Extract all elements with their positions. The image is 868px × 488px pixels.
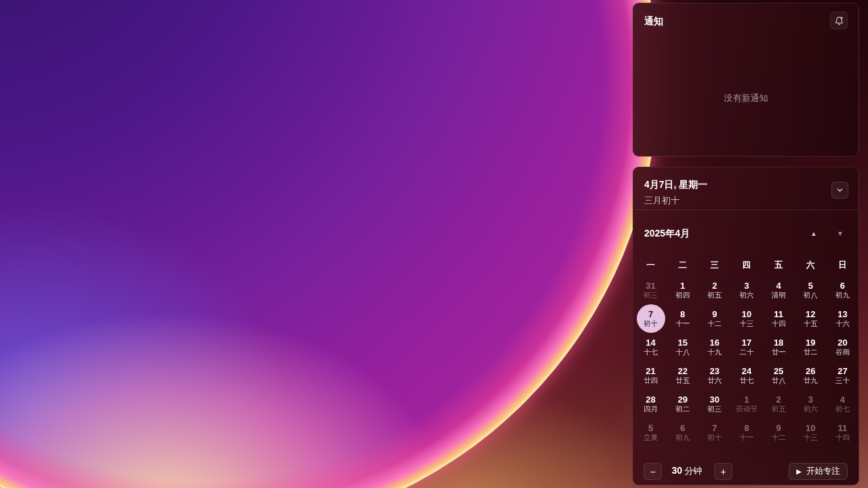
day-number: 13 — [837, 310, 847, 319]
day-number: 11 — [774, 310, 783, 319]
svg-text:z: z — [840, 16, 842, 20]
notifications-title: 通知 — [644, 16, 663, 28]
calendar-day-cell[interactable]: 16十九 — [698, 333, 730, 361]
calendar-day-cell[interactable]: 8十一 — [667, 304, 698, 333]
calendar-day-cell[interactable]: 11十四 — [827, 418, 859, 447]
day-lunar-label: 廿七 — [739, 377, 753, 384]
wallpaper-orb — [0, 0, 658, 488]
chevron-down-icon — [836, 186, 844, 194]
day-lunar-label: 十八 — [675, 348, 690, 356]
calendar-day-cell[interactable]: 27三十 — [827, 361, 859, 390]
screen: 通知 z 没有新通知 4月7日, 星期一 三月初十 2025年4月 — [0, 0, 868, 488]
calendar-day-cell[interactable]: 18廿一 — [763, 333, 795, 361]
day-lunar-label: 十五 — [804, 320, 818, 327]
bell-snooze-icon: z — [834, 16, 844, 26]
calendar-day-cell[interactable]: 28四月 — [635, 390, 667, 418]
calendar-day-cell[interactable]: 7初十 — [637, 304, 665, 333]
day-number: 22 — [677, 367, 687, 376]
next-month-button[interactable]: ▼ — [831, 226, 849, 241]
day-lunar-label: 十四 — [772, 320, 786, 327]
calendar-day-cell[interactable]: 5立夏 — [635, 418, 667, 447]
calendar-day-cell[interactable]: 1初四 — [667, 276, 698, 304]
day-number: 6 — [680, 424, 685, 433]
calendar-day-cell[interactable]: 13十六 — [827, 304, 859, 333]
day-number: 1 — [744, 395, 749, 405]
calendar-day-cell[interactable]: 1劳动节 — [730, 390, 762, 418]
day-number: 1 — [680, 281, 685, 291]
weekday-label: 四 — [730, 260, 762, 271]
calendar-day-cell[interactable]: 23廿六 — [698, 361, 730, 390]
day-number: 4 — [776, 281, 781, 291]
collapse-calendar-button[interactable] — [831, 182, 848, 199]
calendar-day-cell[interactable]: 22廿五 — [667, 361, 698, 390]
calendar-day-cell[interactable]: 3初六 — [795, 390, 827, 418]
day-number: 5 — [648, 424, 653, 433]
calendar-day-cell[interactable]: 5初八 — [795, 276, 827, 304]
calendar-day-cell[interactable]: 15十八 — [667, 333, 698, 361]
calendar-day-cell[interactable]: 7初十 — [698, 418, 730, 447]
day-number: 19 — [806, 338, 815, 348]
day-lunar-label: 初四 — [675, 291, 690, 299]
calendar-day-cell[interactable]: 8十一 — [730, 418, 762, 447]
calendar-day-cell[interactable]: 10十三 — [730, 304, 762, 333]
notification-settings-button[interactable]: z — [830, 12, 848, 29]
calendar-day-cell[interactable]: 24廿七 — [730, 361, 762, 390]
notification-panel: 通知 z 没有新通知 — [633, 3, 859, 157]
calendar-day-cell[interactable]: 30初三 — [698, 390, 730, 418]
day-number: 4 — [840, 395, 845, 405]
calendar-day-cell[interactable]: 26廿九 — [795, 361, 827, 390]
focus-session-controls: − 30 分钟 + ▶ 开始专注 — [633, 463, 859, 480]
calendar-day-cell[interactable]: 4初七 — [827, 390, 859, 418]
increase-focus-button[interactable]: + — [714, 463, 732, 480]
calendar-day-cell[interactable]: 29初二 — [667, 390, 698, 418]
day-lunar-label: 立夏 — [644, 434, 658, 441]
day-lunar-label: 初五 — [707, 291, 722, 299]
calendar-day-cell[interactable]: 11十四 — [763, 304, 795, 333]
calendar-day-cell[interactable]: 2初五 — [763, 390, 795, 418]
day-lunar-label: 廿二 — [804, 348, 818, 356]
decrease-focus-button[interactable]: − — [644, 463, 662, 480]
selected-date-title: 4月7日, 星期一 — [644, 179, 707, 191]
day-lunar-label: 初十 — [707, 434, 722, 441]
calendar-day-cell[interactable]: 6初九 — [827, 276, 859, 304]
calendar-day-cell[interactable]: 21廿四 — [635, 361, 667, 390]
day-lunar-label: 十六 — [835, 320, 850, 327]
day-number: 6 — [840, 281, 845, 291]
calendar-day-cell[interactable]: 2初五 — [698, 276, 730, 304]
day-number: 3 — [808, 395, 813, 405]
calendar-day-cell[interactable]: 12十五 — [795, 304, 827, 333]
weekday-label: 三 — [698, 260, 730, 271]
day-number: 31 — [646, 281, 655, 291]
day-number: 27 — [837, 367, 847, 376]
day-lunar-label: 廿四 — [644, 377, 658, 384]
calendar-day-cell[interactable]: 4清明 — [763, 276, 795, 304]
weekday-header-row: 一二三四五六日 — [635, 260, 859, 271]
weekday-label: 五 — [763, 260, 795, 271]
calendar-day-cell[interactable]: 25廿八 — [763, 361, 795, 390]
calendar-day-cell[interactable]: 31初三 — [635, 276, 667, 304]
calendar-day-cell[interactable]: 20谷雨 — [827, 333, 859, 361]
prev-month-button[interactable]: ▲ — [805, 226, 823, 241]
day-number: 30 — [710, 395, 719, 405]
day-number: 2 — [712, 281, 717, 291]
day-lunar-label: 初六 — [804, 405, 818, 413]
calendar-day-cell[interactable]: 6初九 — [667, 418, 698, 447]
day-lunar-label: 廿六 — [707, 377, 722, 384]
calendar-day-cell[interactable]: 9十二 — [763, 418, 795, 447]
calendar-day-cell[interactable]: 10十三 — [795, 418, 827, 447]
calendar-day-cell[interactable]: 9十二 — [698, 304, 730, 333]
day-number: 5 — [808, 281, 813, 291]
calendar-day-cell[interactable]: 19廿二 — [795, 333, 827, 361]
day-number: 14 — [646, 338, 655, 348]
calendar-day-cell[interactable]: 17二十 — [730, 333, 762, 361]
start-focus-button[interactable]: ▶ 开始专注 — [789, 463, 848, 480]
calendar-day-cell[interactable]: 14十七 — [635, 333, 667, 361]
day-lunar-label: 廿八 — [772, 377, 786, 384]
day-lunar-label: 三十 — [835, 377, 850, 384]
calendar-day-cell[interactable]: 3初六 — [730, 276, 762, 304]
day-lunar-label: 廿一 — [772, 348, 786, 356]
month-label[interactable]: 2025年4月 — [644, 228, 690, 240]
day-lunar-label: 二十 — [739, 348, 753, 356]
day-lunar-label: 初三 — [707, 405, 722, 413]
day-number: 8 — [744, 424, 749, 433]
